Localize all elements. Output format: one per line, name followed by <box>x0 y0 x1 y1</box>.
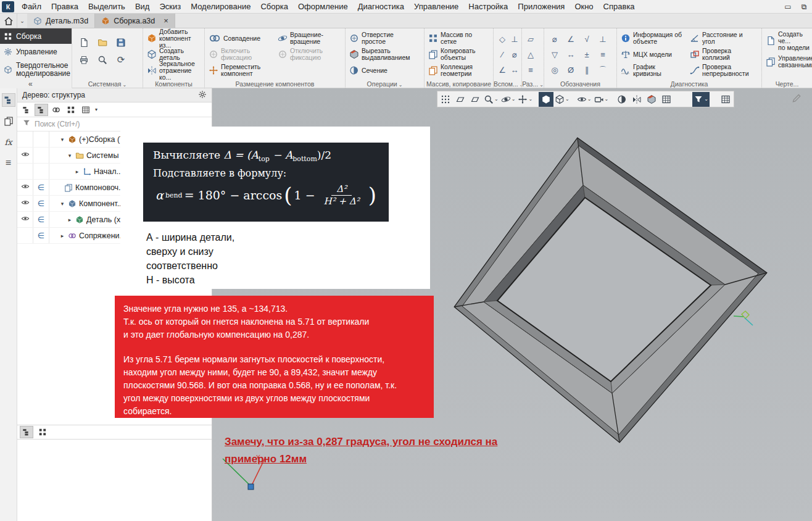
designation-slope-button[interactable]: Ø <box>565 64 577 77</box>
tab-assembly-document[interactable]: Сборка.a3d × <box>95 14 175 28</box>
mirror-component-button[interactable]: Зеркальное отражение ко... <box>146 62 204 78</box>
eye-icon[interactable] <box>21 150 30 160</box>
designation-equal-button[interactable]: ≡ <box>597 49 609 61</box>
mode-management-button[interactable]: Управление <box>0 44 72 59</box>
group-caret-icon[interactable]: ⌄ <box>539 82 544 88</box>
menu-settings[interactable]: Настройка <box>463 0 513 14</box>
menu-diagnostics[interactable]: Диагностика <box>353 0 409 14</box>
designation-distance-button[interactable]: ↔ <box>565 49 577 61</box>
zoom-dropdown[interactable]: ⌄ <box>483 92 500 107</box>
menu-help[interactable]: Справка <box>599 0 640 14</box>
search-filter-icon[interactable] <box>22 119 31 130</box>
float-window-button[interactable]: ⧉ <box>796 1 812 13</box>
mass-properties-button[interactable]: МЦХ модели <box>619 46 689 62</box>
expand-caret-icon[interactable]: ▸ <box>67 217 73 223</box>
menu-assembly[interactable]: Сборка <box>255 0 293 14</box>
auxiliary-diameter-button[interactable]: ⌀ <box>508 49 521 61</box>
snap-grid-button[interactable] <box>438 92 453 107</box>
layers-panel-icon[interactable] <box>2 114 15 128</box>
tree-tab-structure-button[interactable] <box>20 426 33 438</box>
auxiliary-angle-button[interactable]: ∠ <box>496 64 508 77</box>
designation-datum-button[interactable]: ▽ <box>549 49 561 61</box>
section-button[interactable]: Сечение <box>348 62 422 78</box>
save-button[interactable] <box>113 35 129 51</box>
copy-objects-button[interactable]: Копировать объекты <box>427 46 491 62</box>
continuity-check-button[interactable]: Проверка непрерывности <box>689 62 760 78</box>
menu-window[interactable]: Окно <box>570 0 598 14</box>
tree-toolbar-caret-icon[interactable]: ▾ <box>95 107 97 112</box>
window-layout-button[interactable] <box>659 92 674 107</box>
simple-hole-button[interactable]: Отверстие простое <box>348 30 422 46</box>
designation-roughness-button[interactable]: √ <box>581 33 593 46</box>
manage-linked-button[interactable]: Управление связанными <box>764 51 811 72</box>
designation-parallel-button[interactable]: ∥ <box>581 64 593 77</box>
tree-relations-button[interactable] <box>49 104 63 116</box>
raz-lines-button[interactable]: ≡ <box>524 64 537 77</box>
main-menu-icon[interactable]: ≡ <box>2 156 15 170</box>
group-caret-icon[interactable]: ⌄ <box>123 82 127 88</box>
expand-caret-icon[interactable]: ▸ <box>59 233 65 239</box>
designation-perpendicular-button[interactable]: ⊥ <box>597 33 609 46</box>
tab-list-caret[interactable]: ⌄ <box>17 14 27 28</box>
object-info-button[interactable]: Информация об объекте <box>619 30 689 46</box>
display-mode-dropdown[interactable]: ⌄ <box>553 92 571 107</box>
menu-select[interactable]: Выделить <box>83 0 130 14</box>
report-table-button[interactable] <box>718 92 733 107</box>
filter-dropdown[interactable]: ⌄ <box>692 92 710 107</box>
curvature-graph-button[interactable]: График кривизны <box>619 62 689 78</box>
tree-tab-parameters-button[interactable] <box>36 426 49 438</box>
expand-caret-icon[interactable]: ▾ <box>59 136 65 143</box>
distance-angle-button[interactable]: Расстояние и угол <box>689 30 760 46</box>
geometry-collection-button[interactable]: Коллекция геометрии <box>427 62 491 78</box>
auxiliary-axis-button[interactable]: ⊥ <box>508 33 521 46</box>
create-drawing-button[interactable]: Создать че... по модели <box>764 30 811 51</box>
cut-extrude-button[interactable]: Вырезать выдавливанием <box>348 46 422 62</box>
new-document-button[interactable] <box>76 35 92 51</box>
open-document-button[interactable] <box>94 35 110 51</box>
auxiliary-line-button[interactable]: ∕ <box>496 49 508 61</box>
mode-assembly-button[interactable]: Сборка <box>0 28 72 44</box>
clip-surface-button[interactable] <box>615 92 629 107</box>
tree-grouping-view-button[interactable] <box>35 104 48 116</box>
pan-dropdown[interactable]: ⌄ <box>516 92 534 107</box>
tree-display-options-button[interactable] <box>79 104 93 116</box>
menu-management[interactable]: Управление <box>409 0 463 14</box>
raz-triangle-button[interactable]: △ <box>524 49 537 61</box>
close-tab-icon[interactable]: × <box>164 16 168 25</box>
expand-caret-icon[interactable]: ▾ <box>67 152 73 159</box>
tree-parameters-button[interactable] <box>64 104 78 116</box>
orientation-cube-button[interactable] <box>539 92 553 107</box>
eye-icon[interactable] <box>21 198 30 209</box>
app-logo-icon[interactable]: К <box>2 1 14 12</box>
designation-target-button[interactable]: ◎ <box>549 64 561 77</box>
rotation-rotation-button[interactable]: Вращение- вращение <box>276 30 342 46</box>
plane-top-button[interactable] <box>453 92 468 107</box>
eye-icon[interactable] <box>21 182 30 193</box>
auxiliary-distance-button[interactable]: ↔ <box>508 64 521 77</box>
expand-caret-icon[interactable]: ▸ <box>74 169 80 175</box>
mode-solid-modeling-button[interactable]: Твердотельное моделирование <box>0 59 72 80</box>
visibility-dropdown[interactable]: ⌄ <box>576 92 593 107</box>
tab-part-document[interactable]: Деталь.m3d <box>27 14 95 28</box>
section-view-button[interactable] <box>644 92 659 107</box>
structure-panel-icon[interactable] <box>2 93 15 107</box>
maximize-button[interactable]: ▭ <box>780 1 796 13</box>
coincidence-button[interactable]: Совпадение <box>207 30 276 46</box>
eye-icon[interactable] <box>21 214 30 225</box>
add-component-button[interactable]: Добавить компонент из... <box>146 30 204 46</box>
designation-diameter-button[interactable]: ⌀ <box>549 33 561 46</box>
menu-modeling[interactable]: Моделирование <box>186 0 255 14</box>
expand-caret-icon[interactable]: ▾ <box>59 201 65 207</box>
print-button[interactable] <box>76 52 92 68</box>
home-button[interactable] <box>0 14 17 28</box>
menu-file[interactable]: Файл <box>17 0 46 14</box>
tree-structure-view-button[interactable] <box>20 104 33 116</box>
rebuild-button[interactable]: ⟳ <box>113 52 129 68</box>
raz-plane-button[interactable]: ▱ <box>524 33 537 46</box>
designation-arc-button[interactable]: ⌒ <box>597 64 609 77</box>
collision-check-button[interactable]: Проверка коллизий <box>689 46 760 62</box>
menu-layout[interactable]: Оформление <box>293 0 353 14</box>
designation-tolerance-button[interactable]: ± <box>581 49 593 61</box>
menu-applications[interactable]: Приложения <box>513 0 570 14</box>
tree-settings-gear-icon[interactable] <box>198 90 207 101</box>
